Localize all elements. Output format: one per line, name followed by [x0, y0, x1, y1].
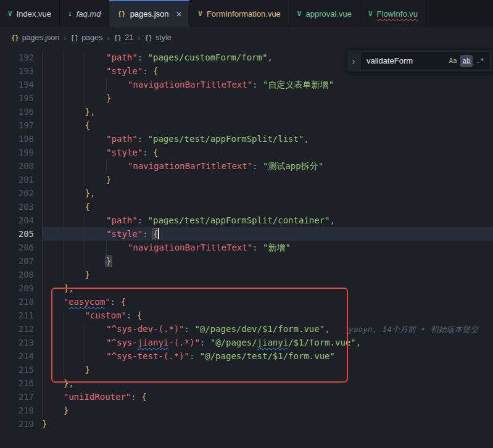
- code-line-200[interactable]: 200"navigationBarTitleText": "测试app拆分": [0, 159, 493, 173]
- breadcrumb-item-pages[interactable]: []pages: [70, 33, 102, 42]
- indent-guide: [64, 241, 85, 254]
- symbol-icon: {}: [11, 34, 19, 41]
- code-line-194[interactable]: 194"navigationBarTitleText": "自定义表单新增": [0, 78, 493, 91]
- indent-guide: [64, 309, 85, 322]
- line-content: },: [42, 105, 493, 118]
- code-line-205[interactable]: 205"style": {: [0, 227, 493, 241]
- line-number[interactable]: 197: [0, 118, 42, 132]
- code-line-219[interactable]: 219}: [0, 417, 493, 431]
- code-line-198[interactable]: 198"path": "pages/test/appFormSplit/list…: [0, 132, 493, 146]
- chevron-right-icon[interactable]: ›: [349, 56, 358, 66]
- line-number[interactable]: 203: [0, 200, 42, 214]
- indent-guide: [85, 173, 106, 186]
- code-line-209[interactable]: 209],: [0, 281, 493, 295]
- code-editor[interactable]: 192"path": "pages/customForm/form",193"s…: [0, 48, 493, 448]
- tab-approval-vue[interactable]: Vapproval.vue: [289, 0, 360, 27]
- breadcrumb-item-style[interactable]: {}style: [144, 33, 171, 42]
- line-number[interactable]: 219: [0, 417, 42, 431]
- code-line-206[interactable]: 206"navigationBarTitleText": "新增": [0, 241, 493, 254]
- code-token: ,: [267, 52, 272, 62]
- code-line-204[interactable]: 204"path": "pages/test/appFormSplit/cont…: [0, 214, 493, 227]
- regex-toggle[interactable]: .*: [474, 55, 486, 67]
- tab-pages-json[interactable]: {}pages.json×: [109, 0, 190, 27]
- code-token: ,: [68, 378, 73, 388]
- tab-flowinfo-vu[interactable]: VFlowInfo.vu: [360, 0, 426, 27]
- code-line-215[interactable]: 215}: [0, 363, 493, 376]
- vue-icon: V: [368, 10, 373, 18]
- code-token: "path": [106, 134, 138, 144]
- code-token: :: [138, 134, 148, 144]
- line-number[interactable]: 206: [0, 241, 42, 254]
- line-number[interactable]: 192: [0, 51, 42, 64]
- line-number[interactable]: 198: [0, 132, 42, 146]
- breadcrumb-item-pages.json[interactable]: {}pages.json: [11, 33, 59, 42]
- code-line-212[interactable]: 212"^sys-dev-(.*)": "@/pages/dev/$1/form…: [0, 322, 493, 336]
- code-line-208[interactable]: 208}: [0, 268, 493, 281]
- line-number[interactable]: 204: [0, 214, 42, 227]
- line-number[interactable]: 218: [0, 404, 42, 417]
- line-number[interactable]: 216: [0, 376, 42, 390]
- line-number[interactable]: 208: [0, 268, 42, 281]
- code-token: jianyi: [257, 338, 289, 347]
- code-token: "navigationBarTitleText": [128, 243, 252, 252]
- match-case-toggle[interactable]: Aa: [447, 55, 459, 67]
- code-line-213[interactable]: 213"^sys-jianyi-(.*)": "@/pages/jianyi/$…: [0, 336, 493, 349]
- code-line-203[interactable]: 203{: [0, 200, 493, 214]
- line-number[interactable]: 217: [0, 390, 42, 404]
- code-line-201[interactable]: 201}: [0, 173, 493, 186]
- code-line-197[interactable]: 197{: [0, 118, 493, 132]
- indent-guide: [42, 78, 64, 91]
- code-token: /$1/form.vue": [288, 338, 356, 347]
- line-number[interactable]: 212: [0, 322, 42, 336]
- line-number[interactable]: 211: [0, 309, 42, 322]
- line-number[interactable]: 196: [0, 105, 42, 118]
- find-input[interactable]: validateForm Aaab.*: [361, 52, 489, 69]
- code-line-195[interactable]: 195}: [0, 91, 493, 105]
- code-token: }: [106, 175, 111, 185]
- line-number[interactable]: 200: [0, 159, 42, 173]
- code-line-216[interactable]: 216},: [0, 376, 493, 390]
- whole-word-toggle[interactable]: ab: [460, 55, 473, 67]
- line-number[interactable]: 209: [0, 281, 42, 295]
- line-number[interactable]: 201: [0, 173, 42, 186]
- line-content: "style": {: [42, 227, 493, 241]
- code-line-196[interactable]: 196},: [0, 105, 493, 118]
- line-number[interactable]: 199: [0, 146, 42, 159]
- line-number[interactable]: 207: [0, 254, 42, 268]
- code-line-207[interactable]: 207}: [0, 254, 493, 268]
- tab-index-vue[interactable]: VIndex.vue: [0, 0, 60, 27]
- indent-guide: [42, 105, 64, 118]
- line-number[interactable]: 215: [0, 363, 42, 376]
- line-number[interactable]: 202: [0, 186, 42, 200]
- line-number[interactable]: 214: [0, 349, 42, 363]
- code-line-211[interactable]: 211"custom": {: [0, 309, 493, 322]
- tab-faq-md[interactable]: ↓faq.md: [60, 0, 109, 27]
- code-token: "pages/test/appFormSplit/list": [148, 134, 304, 144]
- code-token: {: [153, 229, 158, 239]
- code-token: ,: [90, 107, 95, 117]
- code-line-218[interactable]: 218}: [0, 404, 493, 417]
- line-number[interactable]: 194: [0, 78, 42, 91]
- code-line-199[interactable]: 199"style": {: [0, 146, 493, 159]
- indent-guide: [42, 186, 64, 200]
- line-content: "path": "pages/test/appFormSplit/list",: [42, 132, 493, 146]
- code-line-202[interactable]: 202},: [0, 186, 493, 200]
- indent-guide: [85, 322, 106, 336]
- line-number[interactable]: 195: [0, 91, 42, 105]
- breadcrumb-item-21[interactable]: {}21: [114, 33, 134, 42]
- line-number[interactable]: 210: [0, 295, 42, 309]
- line-content: "custom": {: [42, 309, 493, 322]
- line-number[interactable]: 193: [0, 64, 42, 78]
- find-query-text[interactable]: validateForm: [367, 56, 445, 65]
- tab-forminformation-vue[interactable]: VFormInformation.vue: [190, 0, 289, 27]
- code-token: "path": [106, 52, 138, 62]
- line-number[interactable]: 213: [0, 336, 42, 349]
- line-content: "^sys-dev-(.*)": "@/pages/dev/$1/form.vu…: [42, 322, 493, 336]
- code-line-214[interactable]: 214"^sys-test-(.*)": "@/pages/test/$1/fo…: [0, 349, 493, 363]
- close-icon[interactable]: ×: [176, 9, 182, 19]
- line-number[interactable]: 205: [0, 227, 42, 241]
- code-line-217[interactable]: 217"uniIdRouter": {: [0, 390, 493, 404]
- code-token: "navigationBarTitleText": [128, 80, 252, 89]
- code-line-210[interactable]: 210"easycom": {: [0, 295, 493, 309]
- code-token: :: [189, 351, 200, 361]
